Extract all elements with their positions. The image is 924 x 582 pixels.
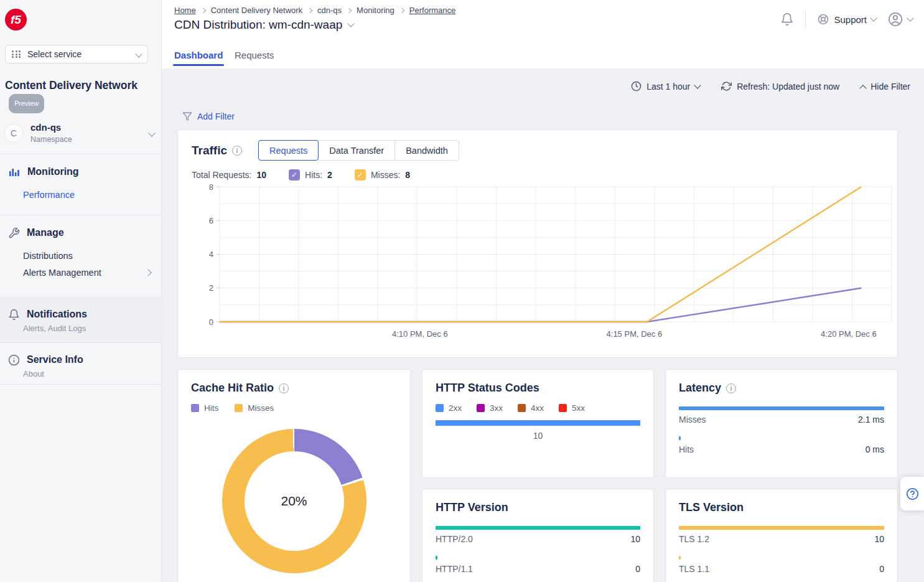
sidebar-item-label: Manage bbox=[27, 227, 64, 238]
chevron-down-icon bbox=[148, 129, 155, 136]
chevron-down-icon bbox=[907, 14, 913, 21]
tls-version-card: TLS Version TLS 1.210 TLS 1.10 bbox=[665, 489, 898, 582]
bell-icon bbox=[780, 12, 794, 26]
breadcrumb-home[interactable]: Home bbox=[174, 6, 196, 15]
hide-filter-button[interactable]: Hide Filter bbox=[861, 82, 910, 92]
legend-label: Misses bbox=[248, 403, 274, 413]
tls12-bar bbox=[679, 526, 884, 530]
sidebar-item-service-info[interactable]: Service Info About bbox=[0, 350, 162, 378]
bell-icon bbox=[8, 309, 20, 321]
main-content: Last 1 hour Refresh: Updated just now Hi… bbox=[162, 68, 924, 582]
breadcrumb-monitoring[interactable]: Monitoring bbox=[357, 6, 394, 15]
sidebar: f5 Select service Content Delivery Netwo… bbox=[0, 0, 162, 582]
grid-icon bbox=[12, 50, 21, 58]
stat-label: TLS 1.1 bbox=[679, 564, 709, 574]
tls12-stat: TLS 1.210 bbox=[679, 526, 884, 544]
legend-item-hits: Hits bbox=[191, 403, 218, 413]
traffic-tab-data-transfer[interactable]: Data Transfer bbox=[318, 140, 395, 161]
stat-label: Misses bbox=[679, 415, 706, 425]
traffic-title: Traffic bbox=[192, 144, 227, 157]
traffic-view-switch: Requests Data Transfer Bandwidth bbox=[258, 140, 459, 161]
sidebar-item-label: Service Info bbox=[27, 354, 83, 365]
support-label: Support bbox=[834, 14, 867, 25]
legend-swatch bbox=[477, 404, 485, 412]
sidebar-item-performance[interactable]: Performance bbox=[0, 190, 162, 200]
http11-bar bbox=[436, 556, 437, 560]
time-range-selector[interactable]: Last 1 hour bbox=[631, 81, 700, 92]
add-filter-button[interactable]: Add Filter bbox=[182, 111, 235, 121]
refresh-label: Refresh: Updated just now bbox=[737, 82, 839, 92]
svg-text:0: 0 bbox=[209, 317, 213, 327]
chevron-down-icon bbox=[870, 14, 877, 21]
life-buoy-icon bbox=[817, 13, 829, 26]
info-icon[interactable]: i bbox=[232, 146, 242, 156]
help-button[interactable] bbox=[900, 477, 924, 510]
stat-value: 10 bbox=[874, 534, 884, 544]
notifications-bell-button[interactable] bbox=[780, 12, 794, 26]
status-bar-value: 10 bbox=[436, 431, 640, 441]
misses-label: Misses: bbox=[371, 170, 400, 180]
breadcrumb-performance[interactable]: Performance bbox=[409, 6, 455, 15]
legend-swatch bbox=[235, 404, 243, 412]
hits-checkbox[interactable]: ✓ bbox=[289, 169, 300, 181]
traffic-tab-requests[interactable]: Requests bbox=[258, 140, 319, 161]
http-status-legend: 2xx 3xx 4xx 5xx bbox=[436, 403, 640, 413]
info-icon[interactable]: i bbox=[726, 383, 736, 393]
stat-label: HTTP/2.0 bbox=[436, 534, 473, 544]
service-selector-label: Select service bbox=[27, 49, 136, 59]
legend-item-3xx: 3xx bbox=[477, 403, 503, 413]
legend-swatch bbox=[518, 404, 526, 412]
svg-text:4: 4 bbox=[209, 250, 213, 259]
http2-bar bbox=[436, 526, 640, 530]
http2-stat: HTTP/2.010 bbox=[436, 526, 640, 544]
support-menu[interactable]: Support bbox=[817, 13, 876, 26]
tab-dashboard[interactable]: Dashboard bbox=[174, 50, 223, 60]
legend-item-misses: Misses bbox=[235, 403, 274, 413]
sidebar-item-monitoring[interactable]: Monitoring bbox=[0, 162, 162, 181]
refresh-icon bbox=[721, 81, 732, 92]
bar-chart-icon bbox=[8, 166, 21, 178]
tab-requests[interactable]: Requests bbox=[235, 50, 274, 60]
hits-value: 2 bbox=[327, 170, 332, 180]
cache-donut-chart: 20% bbox=[222, 429, 366, 573]
sidebar-item-distributions[interactable]: Distributions bbox=[0, 251, 162, 261]
service-selector[interactable]: Select service bbox=[5, 45, 148, 63]
stat-value: 0 bbox=[635, 564, 640, 574]
status-2xx-bar bbox=[436, 420, 640, 426]
f5-logo[interactable]: f5 bbox=[5, 9, 27, 31]
stat-value: 2.1 ms bbox=[858, 415, 884, 425]
hits-label: Hits: bbox=[305, 170, 322, 180]
stat-value: 0 bbox=[879, 564, 884, 574]
svg-text:4:20 PM, Dec 6: 4:20 PM, Dec 6 bbox=[821, 329, 877, 339]
breadcrumb-namespace[interactable]: cdn-qs bbox=[317, 6, 342, 15]
svg-text:2: 2 bbox=[209, 283, 213, 293]
legend-label: Hits bbox=[204, 403, 218, 413]
divider bbox=[0, 342, 162, 343]
sidebar-item-manage[interactable]: Manage bbox=[0, 223, 162, 242]
http-version-card: HTTP Version HTTP/2.010 HTTP/1.10 bbox=[422, 489, 654, 582]
preview-badge: Preview bbox=[9, 94, 44, 113]
refresh-button[interactable]: Refresh: Updated just now bbox=[721, 81, 839, 92]
legend-item-4xx: 4xx bbox=[518, 403, 544, 413]
http-status-title: HTTP Status Codes bbox=[436, 382, 539, 395]
info-icon[interactable]: i bbox=[279, 383, 289, 393]
latency-card: Latency i Misses2.1 ms Hits0 ms bbox=[665, 369, 898, 478]
divider bbox=[0, 154, 162, 154]
latency-misses-stat: Misses2.1 ms bbox=[679, 406, 884, 425]
cache-hit-ratio-card: Cache Hit Ratio i Hits Misses 20% bbox=[177, 369, 411, 582]
info-icon bbox=[8, 354, 20, 366]
misses-checkbox[interactable]: ✓ bbox=[355, 169, 366, 181]
sidebar-item-alerts-management[interactable]: Alerts Management bbox=[0, 268, 146, 278]
stat-label: TLS 1.2 bbox=[679, 534, 709, 544]
chevron-down-icon[interactable] bbox=[348, 20, 355, 27]
legend-swatch bbox=[436, 404, 444, 412]
namespace-selector[interactable]: C cdn-qs Namespace bbox=[0, 118, 162, 148]
sidebar-item-subtitle: About bbox=[0, 369, 162, 378]
breadcrumb-cdn[interactable]: Content Delivery Network bbox=[211, 6, 302, 15]
traffic-tab-bandwidth[interactable]: Bandwidth bbox=[394, 140, 459, 161]
namespace-type-label: Namespace bbox=[30, 135, 72, 144]
time-range-label: Last 1 hour bbox=[646, 82, 690, 92]
user-account-menu[interactable] bbox=[887, 11, 913, 27]
sidebar-item-notifications[interactable]: Notifications Alerts, Audit Logs bbox=[0, 297, 161, 342]
total-requests-value: 10 bbox=[257, 170, 267, 180]
